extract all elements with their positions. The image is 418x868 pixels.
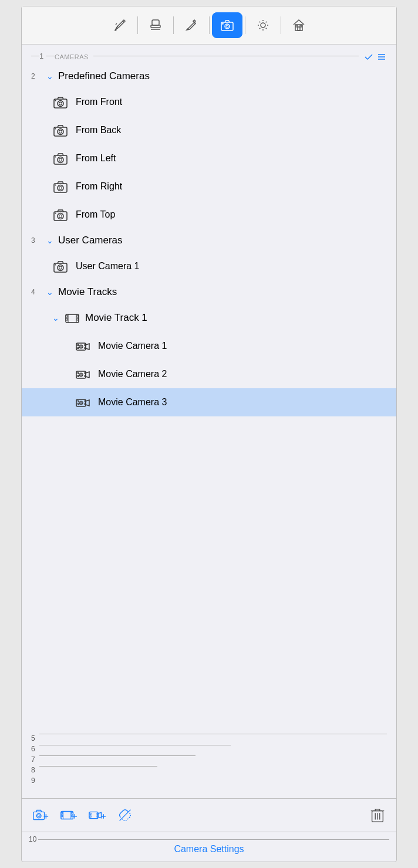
main-panel: 1 CAMERAS 2 ⌄ Predefined Cameras [21, 6, 397, 862]
from-top-label: From Top [76, 209, 115, 220]
lighting-button[interactable] [248, 12, 278, 38]
add-movie-track-button[interactable] [57, 803, 80, 827]
edit-button[interactable] [176, 12, 207, 38]
svg-point-45 [55, 213, 56, 214]
movie-camera-icon [75, 366, 91, 382]
section-number-1: 1 [39, 52, 46, 60]
user-cameras-header[interactable]: 3 ⌄ User Cameras [22, 229, 396, 252]
svg-point-7 [225, 24, 230, 29]
ann-7: 7 [31, 755, 35, 764]
camera-item-movie2[interactable]: Movie Camera 2 [22, 360, 396, 388]
group-number-3: 3 [31, 236, 42, 245]
svg-point-41 [55, 185, 56, 186]
predefined-cameras-header[interactable]: 2 ⌄ Predefined Cameras [22, 65, 396, 88]
svg-point-32 [59, 130, 62, 133]
from-front-label: From Front [76, 97, 122, 107]
toolbar-divider-3 [209, 16, 210, 34]
svg-line-17 [265, 22, 266, 22]
cameras-label: CAMERAS [55, 53, 93, 60]
ann-line-8 [39, 766, 157, 767]
svg-rect-51 [66, 316, 68, 317]
camera-item-from-left[interactable]: From Left [22, 144, 396, 172]
user-chevron: ⌄ [46, 236, 53, 245]
svg-point-70 [80, 374, 82, 376]
svg-point-31 [58, 129, 63, 135]
movie-camera-2-label: Movie Camera 2 [98, 369, 167, 379]
svg-line-0 [116, 23, 117, 25]
checkmark-icon [363, 52, 374, 62]
svg-point-10 [261, 23, 265, 28]
toolbar-divider-5 [281, 16, 281, 34]
movie-tracks-group: 4 ⌄ Movie Tracks ⌄ Movie Track 1 [22, 280, 396, 416]
camera-item-from-front[interactable]: From Front [22, 88, 396, 116]
group-number-2: 2 [31, 72, 42, 80]
delete-button[interactable] [366, 803, 389, 827]
movie-tracks-header[interactable]: 4 ⌄ Movie Tracks [22, 280, 396, 304]
bottom-toolbar [22, 798, 396, 832]
camera-item-movie1[interactable]: Movie Camera 1 [22, 332, 396, 360]
movie-chevron: ⌄ [46, 287, 53, 297]
camera-item-movie3[interactable]: Movie Camera 3 [22, 388, 396, 416]
from-back-label: From Back [76, 125, 121, 135]
camera-icon [52, 206, 69, 223]
camera-icon [52, 258, 69, 274]
brush-button[interactable] [105, 12, 135, 38]
camera-icon [52, 178, 69, 195]
movie-tracks-label: Movie Tracks [58, 286, 117, 298]
svg-point-27 [58, 101, 63, 107]
svg-point-29 [55, 100, 56, 101]
film-strip-icon [64, 310, 80, 326]
predefined-cameras-group: 2 ⌄ Predefined Cameras From Front [22, 65, 396, 229]
svg-rect-93 [90, 813, 91, 814]
camera-item-from-right[interactable]: From Right [22, 172, 396, 201]
svg-point-44 [59, 215, 62, 218]
svg-line-16 [265, 28, 266, 29]
svg-point-69 [79, 373, 83, 377]
movie-camera-icon [75, 338, 91, 354]
ann-line-6 [39, 745, 231, 745]
predefined-cameras-label: Predefined Cameras [58, 70, 150, 82]
bottom-icons-container [29, 803, 389, 827]
svg-rect-85 [61, 815, 63, 817]
svg-point-79 [36, 813, 41, 818]
house-button[interactable] [284, 12, 314, 38]
svg-point-62 [79, 345, 83, 348]
stamp-button[interactable] [140, 12, 171, 38]
camera-item-from-top[interactable]: From Top [22, 201, 396, 229]
toolbar-divider-1 [137, 16, 138, 34]
svg-point-77 [80, 402, 82, 404]
svg-rect-86 [72, 812, 73, 814]
movie-track-1-header[interactable]: ⌄ Movie Track 1 [22, 304, 396, 332]
svg-point-76 [79, 401, 83, 405]
svg-point-28 [59, 102, 62, 105]
camera-settings-link[interactable]: Camera Settings [29, 844, 389, 855]
svg-rect-73 [77, 404, 79, 405]
list-icon[interactable] [376, 52, 387, 62]
camera-tree: 2 ⌄ Predefined Cameras From Front [22, 65, 396, 734]
camera-item-from-back[interactable]: From Back [22, 116, 396, 144]
svg-line-15 [259, 22, 259, 22]
user-cameras-label: User Cameras [58, 235, 123, 246]
ann-10: 10 [29, 835, 36, 843]
svg-rect-65 [77, 372, 79, 374]
svg-rect-59 [77, 347, 79, 349]
predefined-chevron: ⌄ [46, 72, 53, 81]
camera-button[interactable] [212, 12, 242, 38]
disconnect-button[interactable] [113, 803, 137, 827]
svg-line-99 [120, 810, 131, 821]
toolbar-divider-4 [245, 16, 245, 34]
svg-point-39 [58, 185, 63, 191]
add-camera-button[interactable] [29, 803, 52, 827]
svg-point-8 [226, 25, 228, 28]
svg-point-9 [222, 23, 223, 25]
svg-point-37 [55, 157, 56, 158]
group-number-4: 4 [31, 288, 42, 296]
ann-line-7 [39, 755, 195, 756]
svg-point-43 [58, 213, 63, 219]
movie-camera-icon [75, 394, 91, 411]
svg-point-80 [38, 815, 40, 817]
toolbar-divider-2 [173, 16, 174, 34]
add-movie-camera-button[interactable] [85, 803, 109, 827]
svg-rect-66 [77, 375, 79, 377]
camera-item-user1[interactable]: User Camera 1 [22, 252, 396, 280]
